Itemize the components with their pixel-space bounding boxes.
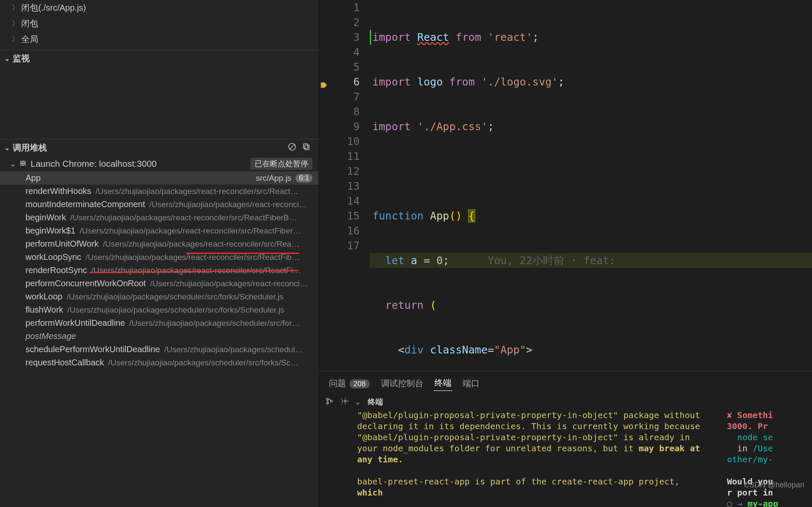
target-icon[interactable] [341, 398, 349, 407]
problems-count-badge: 208 [349, 379, 370, 388]
frame-name: performConcurrentWorkOnRoot [26, 279, 146, 288]
terminal-body[interactable]: "@babel/plugin-proposal-private-property… [319, 410, 812, 507]
svg-rect-3 [304, 144, 308, 148]
line-number: 6 [332, 74, 360, 89]
line-number: 10 [332, 134, 360, 149]
frame-path: /Users/zhujiaojiao/packages/react-reconc… [103, 239, 312, 249]
line-number: 1 [332, 0, 360, 15]
debug-sidebar: 〉 闭包(./src/App.js) 〉 闭包 〉 全局 ⌄ 监视 ⌄ 调用堆栈 [0, 0, 319, 507]
line-number: 3 [332, 30, 360, 45]
frame-name: flushWork [26, 305, 63, 315]
line-number: 4 [332, 45, 360, 60]
stack-frame[interactable]: beginWork/Users/zhujiaojiao/packages/rea… [0, 211, 318, 224]
tab-debug-console[interactable]: 调试控制台 [380, 376, 424, 391]
stack-frame[interactable]: Appsrc/App.js6:1 [0, 171, 318, 185]
stack-frame[interactable]: beginWork$1/Users/zhujiaojiao/packages/r… [0, 224, 318, 237]
frame-path: /Users/zhujiaojiao/packages/react-reconc… [96, 187, 312, 196]
source-control-icon[interactable] [326, 398, 335, 407]
svg-point-11 [327, 398, 329, 400]
line-number-gutter: 1 2 3 4 5 6 7 8 9 10 11 12 13 14 15 16 1… [332, 0, 370, 371]
variables-scope-closure-file[interactable]: 〉 闭包(./src/App.js) [0, 0, 318, 16]
frame-path: /Users/zhujiaojiao/packages/scheduler/sr… [67, 292, 312, 302]
svg-line-7 [20, 161, 21, 162]
frame-path: /Users/zhujiaojiao/packages/scheduler/sr… [129, 319, 312, 328]
frame-path: /Users/zhujiaojiao/packages/react-reconc… [149, 200, 312, 209]
bug-icon [19, 159, 27, 169]
line-number: 9 [332, 119, 360, 134]
line-number: 13 [332, 179, 360, 194]
line-number: 15 [332, 208, 360, 223]
frame-name: performUnitOfWork [26, 239, 99, 249]
panel-bottom: 问题 208 调试控制台 终端 端口 〉 〉 ⌄ 终端 "@babel/plug… [319, 371, 812, 507]
frame-location-badge: 6:1 [295, 174, 312, 182]
watermark-text: CSDN @hellopari [744, 481, 804, 490]
stack-frame[interactable]: requestHostCallback/Users/zhujiaojiao/pa… [0, 356, 318, 369]
frame-name: beginWork [26, 213, 66, 222]
thread-status-badge: 已在断点处暂停 [250, 158, 312, 170]
frame-name: performWorkUntilDeadline [26, 318, 125, 328]
forbid-icon[interactable] [288, 142, 296, 153]
frame-path: /Users/zhujiaojiao/packages/react-reconc… [70, 213, 312, 222]
chevron-right-icon: 〉 [12, 3, 17, 12]
chevron-right-icon: 〉 [12, 19, 17, 28]
frame-name: requestHostCallback [26, 358, 104, 367]
svg-point-14 [344, 400, 346, 402]
frame-name: mountIndeterminateComponent [26, 199, 145, 209]
frame-path: src/App.js [45, 174, 292, 183]
line-number: 11 [332, 149, 360, 164]
callstack-section: ⌄ 调用堆栈 ⌄ Launch Chrome: localhost:3000 已… [0, 139, 318, 507]
watch-header[interactable]: ⌄ 监视 [0, 50, 318, 67]
callstack-header[interactable]: ⌄ 调用堆栈 [0, 140, 318, 156]
chevron-right-icon: 〉 [12, 35, 17, 44]
terminal-pane-left[interactable]: "@babel/plugin-proposal-private-property… [357, 410, 710, 503]
frame-path: /Users/zhujiaojiao/packages/scheduler/sr… [108, 358, 312, 367]
breakpoint-current-icon[interactable] [320, 78, 327, 85]
scope-label: 闭包 [21, 18, 38, 29]
variables-scope-closure[interactable]: 〉 闭包 [0, 16, 318, 31]
stack-frame[interactable]: mountIndeterminateComponent/Users/zhujia… [0, 198, 318, 211]
svg-line-10 [25, 165, 26, 166]
stack-frame[interactable]: flushWork/Users/zhujiaojiao/packages/sch… [0, 303, 318, 316]
line-number: 7 [332, 89, 360, 104]
stack-frame[interactable]: performConcurrentWorkOnRoot/Users/zhujia… [0, 277, 318, 290]
watch-section: ⌄ 监视 [0, 50, 318, 139]
stack-frame[interactable]: performUnitOfWork/Users/zhujiaojiao/pack… [0, 237, 318, 251]
tab-ports[interactable]: 端口 [462, 376, 480, 391]
tab-problems[interactable]: 问题 208 [328, 376, 371, 391]
thread-label: Launch Chrome: localhost:3000 [31, 159, 157, 169]
chevron-down-icon: ⌄ [4, 144, 9, 152]
stack-frame[interactable]: postMessage [0, 330, 318, 343]
terminal-toolbar: 〉 〉 ⌄ 终端 [319, 395, 812, 410]
code-editor[interactable]: 1 2 3 4 5 6 7 8 9 10 11 12 13 14 15 16 1… [319, 0, 812, 371]
stack-frame[interactable]: performWorkUntilDeadline/Users/zhujiaoji… [0, 316, 318, 330]
copy-icon[interactable] [302, 142, 311, 153]
svg-line-8 [25, 161, 26, 162]
frame-name: beginWork$1 [26, 226, 75, 236]
stack-frame[interactable]: workLoop/Users/zhujiaojiao/packages/sche… [0, 290, 318, 303]
frame-name: App [26, 173, 41, 183]
stack-frame[interactable]: schedulePerformWorkUntilDeadline/Users/z… [0, 343, 318, 356]
frame-name: postMessage [26, 331, 76, 341]
right-panel: 1 2 3 4 5 6 7 8 9 10 11 12 13 14 15 16 1… [319, 0, 812, 507]
stack-frame[interactable]: renderWithHooks/Users/zhujiaojiao/packag… [0, 185, 318, 198]
line-number: 12 [332, 164, 360, 179]
breakpoint-gutter[interactable] [319, 0, 332, 371]
svg-line-9 [20, 165, 21, 166]
thread-row[interactable]: ⌄ Launch Chrome: localhost:3000 已在断点处暂停 [0, 156, 318, 171]
terminal-group-label: 终端 [368, 397, 383, 407]
frame-path: /Users/zhujiaojiao/packages/react-reconc… [79, 226, 312, 236]
variables-scope-global[interactable]: 〉 全局 [0, 31, 318, 47]
chevron-down-icon[interactable]: ⌄ [355, 397, 361, 407]
line-number: 5 [332, 60, 360, 74]
svg-point-12 [327, 402, 329, 404]
code-content[interactable]: import React from 'react'; import logo f… [370, 0, 812, 371]
frame-name: schedulePerformWorkUntilDeadline [26, 345, 160, 354]
annotation-underline-1 [186, 253, 299, 254]
frame-name: renderWithHooks [26, 186, 91, 196]
tab-label: 问题 [329, 379, 346, 388]
frame-name: workLoopSync [26, 252, 81, 262]
frame-path: /Users/zhujiaojiao/packages/scheduler/sr… [68, 305, 312, 315]
tab-terminal[interactable]: 终端 [434, 376, 452, 391]
watch-body-empty [0, 67, 318, 139]
chevron-down-icon: ⌄ [10, 160, 15, 168]
